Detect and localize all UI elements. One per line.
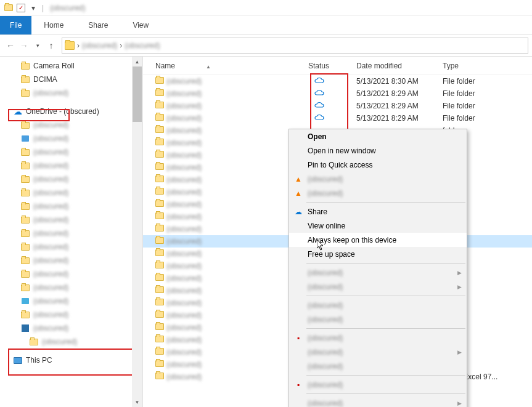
tree-item[interactable]: (obscured) [0,254,142,267]
onedrive-icon: ☁ [12,107,23,116]
vlc-icon: ▲ [293,175,304,183]
folder-icon [155,89,166,98]
cloud-online-icon [314,114,324,121]
tree-item[interactable]: (obscured) [0,308,142,321]
tree-item[interactable]: (obscured) [0,132,142,145]
folder-icon [155,249,166,258]
folder-icon [20,61,31,71]
address-bar[interactable]: › (obscured) › (obscured) [62,38,528,54]
file-name: (obscured) [166,89,308,98]
breadcrumb-sep: › [120,41,122,50]
tree-item[interactable]: (obscured) [0,321,142,335]
ctx-free-up-space[interactable]: Free up space [289,247,467,261]
navigation-pane: Camera RollDCIMA(obscured)☁OneDrive - (o… [0,57,143,407]
file-row[interactable]: (obscured)5/13/2021 8:29 AMFile folder [143,112,532,124]
up-button[interactable]: ↑ [44,41,58,50]
file-name: (obscured) [166,200,308,209]
tree-item[interactable]: (obscured) [0,159,142,172]
file-row[interactable]: (obscured)5/13/2021 8:30 AMFile folder [143,75,532,87]
share-tab[interactable]: Share [76,17,120,33]
column-date[interactable]: Date modified [356,62,443,70]
qat-checkbox-icon[interactable]: ✓ [15,4,27,12]
file-status [308,77,356,86]
ctx-pin-quick-access[interactable]: Pin to Quick access [289,158,467,172]
tree-item-label: (obscured) [33,310,68,319]
ctx-blur-2[interactable]: (obscured)▶ [289,280,467,294]
tree-item[interactable]: (obscured) [0,86,142,100]
tree-item-label: (obscured) [42,337,77,346]
tree-item-label: OneDrive - (obscured) [26,107,99,116]
sort-asc-icon: ▲ [206,64,211,70]
column-type[interactable]: Type [443,62,532,70]
tree-item[interactable]: (obscured) [0,213,142,227]
view-tab[interactable]: View [120,17,161,33]
tree-item[interactable]: (obscured) [0,294,142,308]
tree-item[interactable]: This PC [0,353,142,367]
tree-item[interactable]: (obscured) [0,335,142,349]
building-icon [20,323,31,333]
qat-dropdown-icon[interactable]: ▾ [27,4,39,12]
ctx-blur-9[interactable]: (obscured)▶ [289,396,467,407]
sidebar-scrollbar[interactable]: ▲ ▼ [132,57,142,407]
ctx-share[interactable]: ☁Share [289,204,467,219]
recent-dropdown[interactable]: ▾ [31,42,44,49]
file-name: (obscured) [166,348,308,357]
tree-item[interactable]: (obscured) [0,227,142,240]
folder-icon [155,336,166,344]
ctx-view-online[interactable]: View online [289,219,467,233]
ctx-always-keep[interactable]: Always keep on this device [289,233,467,247]
ctx-open[interactable]: Open [289,129,467,143]
ctx-blur-1[interactable]: (obscured)▶ [289,265,467,280]
breadcrumb-2[interactable]: (obscured) [125,41,160,50]
tree-item[interactable]: DCIMA [0,73,142,86]
ctx-blur-4[interactable]: (obscured) [289,312,467,326]
tree-item[interactable]: (obscured) [0,118,142,132]
column-status[interactable]: Status [308,62,356,70]
ribbon: File Home Share View [0,16,532,34]
tree-item[interactable]: (obscured) [0,186,142,199]
home-tab[interactable]: Home [31,17,76,33]
folder-icon [155,299,166,307]
folder-icon [20,201,31,211]
tree-item-label: (obscured) [33,297,68,305]
scroll-thumb[interactable] [133,66,142,122]
ctx-blur-3[interactable]: (obscured) [289,298,467,312]
ctx-open-new-window[interactable]: Open in new window [289,143,467,158]
tree-item[interactable]: (obscured) [0,267,142,281]
file-type: File folder [443,102,475,110]
ctx-blur-8[interactable]: ▪(obscured) [289,377,467,392]
ctx-blur-6[interactable]: (obscured)▶ [289,345,467,359]
ctx-vlc-2[interactable]: ▲(obscured) [289,186,467,200]
scroll-up-icon[interactable]: ▲ [132,57,142,66]
ctx-vlc-1[interactable]: ▲(obscured) [289,172,467,186]
file-name: (obscured) [166,249,308,258]
tree-item[interactable]: ☁OneDrive - (obscured) [0,105,142,118]
tree-item[interactable]: Camera Roll [0,59,142,73]
tree-item[interactable]: (obscured) [0,199,142,213]
tree-item[interactable]: (obscured) [0,240,142,254]
tree-item[interactable]: (obscured) [0,172,142,186]
file-name: (obscured) [166,151,308,159]
tree-item[interactable]: (obscured) [0,281,142,294]
file-row[interactable]: (obscured)5/13/2021 8:29 AMFile folder [143,100,532,112]
file-status [308,114,356,123]
scroll-down-icon[interactable]: ▼ [132,397,142,407]
back-button[interactable]: ← [4,41,17,50]
file-tab[interactable]: File [0,16,31,34]
file-name: (obscured) [166,373,308,381]
file-name: (obscured) [166,360,308,369]
tree-item-label: (obscured) [33,243,68,251]
cloud-online-icon [314,102,324,109]
tree-item-label: (obscured) [33,121,68,129]
breadcrumb-1[interactable]: (obscured) [82,41,117,50]
forward-button[interactable]: → [17,41,31,50]
context-menu: Open Open in new window Pin to Quick acc… [289,129,467,407]
file-row[interactable]: (obscured)5/13/2021 8:29 AMFile folder [143,87,532,100]
column-name[interactable]: Name▲ [155,62,308,70]
tree-item-label: (obscured) [33,283,68,292]
folder-icon [20,283,31,292]
ctx-blur-5[interactable]: ▪(obscured) [289,331,467,345]
ctx-blur-7[interactable]: (obscured) [289,359,467,373]
tree-item[interactable]: (obscured) [0,145,142,159]
file-name: (obscured) [166,336,308,344]
